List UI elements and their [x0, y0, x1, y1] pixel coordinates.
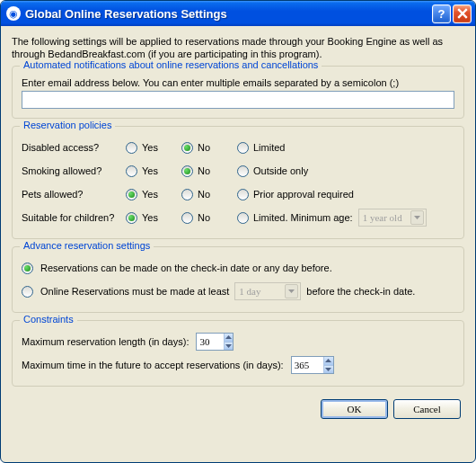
spinner-buttons — [224, 334, 233, 350]
chevron-down-icon — [285, 284, 298, 298]
option-label: No — [198, 142, 210, 153]
app-icon: ◉ — [6, 6, 21, 21]
window-title: Global Online Reservations Settings — [25, 7, 430, 21]
max-future-row: Maximum time in the future to accept res… — [22, 353, 454, 377]
max-length-row: Maximum reservation length (in days): — [22, 330, 454, 353]
option-label: Yes — [142, 212, 158, 223]
disabled-access-label: Disabled access? — [22, 142, 126, 153]
option-label: Yes — [142, 165, 158, 176]
help-button[interactable]: ? — [432, 4, 451, 23]
ok-button[interactable]: OK — [321, 399, 388, 419]
radio-icon — [126, 189, 137, 200]
disabled-no-option[interactable]: No — [181, 142, 232, 154]
min-age-value: 1 year old — [363, 212, 408, 223]
advance-days-value: 1 day — [239, 286, 282, 297]
option-label-pre: Online Reservations must be made at leas… — [40, 286, 229, 297]
children-label: Suitable for children? — [22, 212, 126, 223]
advance-group: Advance reservation settings Reservation… — [12, 246, 464, 313]
min-age-select: 1 year old — [358, 209, 427, 227]
pets-no-option[interactable]: No — [181, 189, 232, 200]
dialog-window: ◉ Global Online Reservations Settings ? … — [0, 0, 476, 463]
children-no-option[interactable]: No — [181, 212, 232, 224]
constraints-group-title: Constraints — [20, 314, 77, 325]
option-label-post: before the check-in date. — [306, 286, 415, 297]
max-future-input[interactable] — [292, 357, 323, 373]
email-instruction-label: Enter email address below. You can enter… — [22, 77, 454, 88]
children-yes-option[interactable]: Yes — [126, 212, 176, 224]
smoking-yes-option[interactable]: Yes — [126, 165, 176, 177]
option-label: No — [198, 212, 210, 223]
option-label: No — [198, 189, 210, 200]
max-future-label: Maximum time in the future to accept res… — [22, 360, 284, 370]
max-length-label: Maximum reservation length (in days): — [22, 336, 189, 347]
option-label: No — [198, 165, 210, 176]
pets-row: Pets allowed? Yes No Prior approval requ… — [22, 183, 454, 206]
radio-icon — [237, 142, 249, 154]
spin-up-icon[interactable] — [323, 357, 333, 366]
option-label: Limited. Minimum age: — [253, 212, 353, 223]
children-limited-option[interactable]: Limited. Minimum age: — [237, 212, 353, 224]
radio-icon — [237, 165, 249, 177]
option-label: Yes — [142, 189, 158, 200]
radio-icon — [22, 263, 33, 274]
close-button[interactable] — [453, 4, 472, 23]
max-length-input[interactable] — [197, 334, 224, 350]
client-area: The following settings will be applied t… — [1, 26, 475, 430]
children-row: Suitable for children? Yes No Limited. M… — [22, 206, 454, 229]
smoking-no-option[interactable]: No — [181, 165, 232, 177]
pets-prior-option[interactable]: Prior approval required — [237, 189, 354, 200]
pets-yes-option[interactable]: Yes — [126, 189, 176, 200]
radio-icon — [181, 189, 193, 200]
radio-icon — [126, 212, 137, 224]
title-bar: ◉ Global Online Reservations Settings ? — [1, 1, 475, 26]
disabled-limited-option[interactable]: Limited — [237, 142, 285, 154]
disabled-yes-option[interactable]: Yes — [126, 142, 176, 154]
option-label: Limited — [253, 142, 285, 153]
max-future-spinner[interactable] — [291, 356, 334, 374]
radio-icon — [237, 189, 249, 200]
email-input[interactable] — [22, 91, 454, 109]
option-label: Prior approval required — [253, 189, 354, 200]
cancel-button[interactable]: Cancel — [393, 399, 461, 419]
radio-icon — [22, 286, 33, 298]
constraints-group: Constraints Maximum reservation length (… — [12, 320, 464, 387]
policies-group-title: Reservation policies — [20, 120, 115, 130]
radio-icon — [237, 212, 249, 224]
pets-label: Pets allowed? — [22, 189, 126, 200]
smoking-outside-option[interactable]: Outside only — [237, 165, 308, 177]
smoking-row: Smoking allowed? Yes No Outside only — [22, 159, 454, 183]
smoking-label: Smoking allowed? — [22, 165, 126, 176]
notifications-group-title: Automated notifications about online res… — [20, 59, 322, 70]
advance-anyday-option[interactable]: Reservations can be made on the check-in… — [22, 256, 454, 280]
radio-icon — [181, 212, 193, 224]
spin-down-icon[interactable] — [224, 343, 233, 351]
radio-icon — [181, 165, 193, 177]
advance-atleast-option[interactable]: Online Reservations must be made at leas… — [22, 280, 454, 303]
advance-days-select: 1 day — [234, 282, 301, 300]
max-length-spinner[interactable] — [196, 333, 234, 351]
dialog-buttons: OK Cancel — [12, 394, 464, 419]
intro-text: The following settings will be applied t… — [12, 35, 464, 60]
policies-group: Reservation policies Disabled access? Ye… — [12, 126, 464, 239]
radio-icon — [126, 165, 137, 177]
radio-icon — [126, 142, 137, 154]
spinner-buttons — [323, 357, 333, 373]
option-label: Outside only — [253, 165, 308, 176]
radio-icon — [181, 142, 193, 154]
spin-up-icon[interactable] — [224, 334, 233, 343]
spin-down-icon[interactable] — [323, 366, 333, 374]
chevron-down-icon — [410, 210, 424, 225]
option-label: Yes — [142, 142, 158, 153]
advance-group-title: Advance reservation settings — [20, 240, 154, 251]
disabled-access-row: Disabled access? Yes No Limited — [22, 136, 454, 159]
option-label: Reservations can be made on the check-in… — [40, 263, 332, 273]
notifications-group: Automated notifications about online res… — [12, 66, 464, 119]
